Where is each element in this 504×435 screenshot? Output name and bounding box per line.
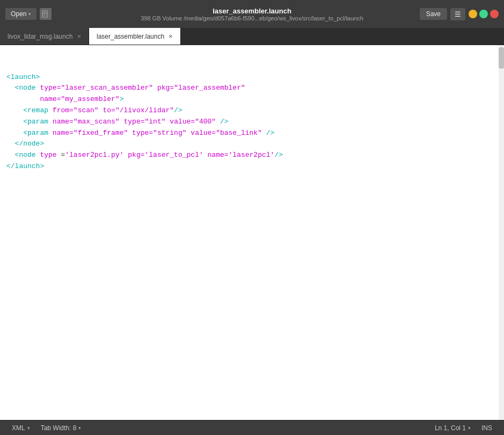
- window-subtitle: 398 GB Volume /media/geo/d057a6b6-f590..…: [141, 15, 363, 21]
- code-line-4: <remap from="scan" to="/livox/lidar"/>: [6, 105, 492, 117]
- scrollbar-thumb[interactable]: [499, 47, 504, 69]
- statusbar-tab-width[interactable]: Tab Width: 8 ▾: [35, 421, 87, 435]
- save-button[interactable]: Save: [420, 8, 447, 20]
- titlebar: Open ▾ laser_assembler.launch 398 GB Vol…: [0, 0, 504, 28]
- statusbar-mode: INS: [476, 424, 498, 432]
- tab-livox-lidar-msg[interactable]: livox_lidar_msg.launch ×: [0, 28, 89, 45]
- statusbar-position[interactable]: Ln 1, Col 1 ▾: [429, 424, 476, 432]
- code-line-5: <param name="max_scans" type="int" value…: [6, 117, 492, 128]
- language-dropdown-icon: ▾: [27, 425, 30, 431]
- tab-width-label: Tab Width: 8: [41, 424, 77, 432]
- code-line-6: <param name="fixed_frame" type="string" …: [6, 128, 492, 139]
- tab-label-2: laser_assembler.launch: [97, 33, 164, 40]
- open-label: Open: [11, 10, 26, 18]
- tabs-bar: livox_lidar_msg.launch × laser_assembler…: [0, 28, 504, 45]
- open-dropdown-arrow: ▾: [28, 11, 31, 17]
- mode-label: INS: [481, 424, 492, 432]
- code-line-8: <node type ='laser2pcl.py' pkg='laser_to…: [6, 150, 492, 161]
- tab-close-1[interactable]: ×: [77, 33, 81, 40]
- code-line-2: <node type="laser_scan_assembler" pkg="l…: [6, 83, 492, 94]
- editor-content[interactable]: <launch> <node type="laser_scan_assemble…: [0, 45, 499, 420]
- code-line-7: </node>: [6, 139, 492, 150]
- file-icon: [40, 8, 52, 20]
- editor-container: <launch> <node type="laser_scan_assemble…: [0, 45, 504, 420]
- statusbar-language[interactable]: XML ▾: [6, 421, 35, 435]
- statusbar: XML ▾ Tab Width: 8 ▾ Ln 1, Col 1 ▾ INS: [0, 420, 504, 435]
- menu-button[interactable]: ☰: [450, 8, 465, 20]
- code-line-9: </launch>: [6, 161, 492, 172]
- code-line-3: name="my_assembler">: [6, 94, 492, 105]
- tab-label-1: livox_lidar_msg.launch: [8, 33, 72, 40]
- window-title: laser_assembler.launch: [141, 7, 363, 15]
- maximize-button[interactable]: □: [479, 10, 488, 18]
- tab-laser-assembler[interactable]: laser_assembler.launch ×: [89, 28, 181, 45]
- minimize-button[interactable]: –: [469, 10, 477, 18]
- language-label: XML: [12, 424, 25, 432]
- tab-width-dropdown-icon: ▾: [78, 425, 81, 431]
- window-controls: – □ ×: [469, 10, 499, 18]
- close-button[interactable]: ×: [490, 10, 499, 18]
- position-label: Ln 1, Col 1: [435, 424, 466, 432]
- tab-close-2[interactable]: ×: [169, 33, 173, 40]
- position-dropdown-icon: ▾: [468, 425, 471, 431]
- titlebar-center: laser_assembler.launch 398 GB Volume /me…: [141, 7, 363, 21]
- code-line-1: <launch>: [6, 72, 492, 83]
- scrollbar-track[interactable]: [499, 45, 504, 420]
- open-button[interactable]: Open ▾: [5, 8, 36, 20]
